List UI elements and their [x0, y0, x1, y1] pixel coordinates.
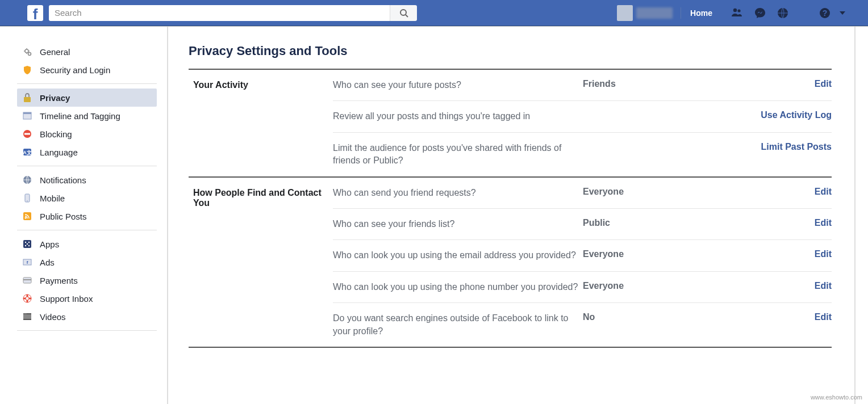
row-action-link[interactable]: Edit	[815, 281, 832, 291]
content-area: Privacy Settings and Tools Your Activity…	[168, 27, 856, 404]
row-value: Everyone	[583, 281, 708, 291]
sidebar-item-label: Blocking	[40, 129, 72, 139]
settings-row: Review all your posts and things you're …	[333, 101, 832, 132]
settings-row: Do you want search engines outside of Fa…	[333, 303, 832, 347]
notifications-icon[interactable]	[776, 6, 790, 20]
sidebar-item-label: Support Inbox	[40, 294, 93, 304]
row-action-link[interactable]: Edit	[815, 249, 832, 259]
friend-requests-icon[interactable]	[731, 6, 744, 20]
row-label: Limit the audience for posts you've shar…	[333, 142, 583, 167]
sidebar-item-language[interactable]: Language	[17, 143, 157, 161]
row-action-link[interactable]: Limit Past Posts	[761, 142, 832, 152]
row-value: Public	[583, 218, 708, 228]
sidebar-item-privacy[interactable]: Privacy	[17, 89, 157, 107]
search-icon	[399, 9, 408, 18]
sidebar-group: NotificationsMobilePublic Posts	[17, 166, 157, 230]
sidebar-item-label: Ads	[40, 258, 55, 267]
row-value: Everyone	[583, 249, 708, 259]
watermark: www.eshowto.com	[811, 394, 862, 401]
home-link[interactable]: Home	[683, 0, 719, 26]
username	[636, 7, 673, 19]
gears-icon	[22, 46, 33, 57]
topbar: f Home	[0, 0, 868, 26]
row-label: Who can see your future posts?	[333, 79, 583, 91]
sidebar-item-payments[interactable]: Payments	[17, 271, 157, 289]
section-label: Your Activity	[189, 70, 333, 176]
section-label: How People Find and Contact You	[189, 178, 333, 347]
main-layout: GeneralSecurity and LoginPrivacyTimeline…	[0, 26, 868, 404]
messenger-icon[interactable]	[753, 6, 767, 20]
settings-sidebar: GeneralSecurity and LoginPrivacyTimeline…	[0, 27, 168, 404]
sidebar-item-ads[interactable]: Ads	[17, 253, 157, 271]
topbar-right: Home	[611, 0, 868, 26]
sidebar-item-label: Payments	[40, 276, 78, 285]
sidebar-item-general[interactable]: General	[17, 43, 157, 61]
sidebar-item-label: Videos	[40, 312, 66, 322]
sidebar-item-label: Public Posts	[40, 212, 87, 221]
sidebar-group: PrivacyTimeline and TaggingBlockingLangu…	[17, 84, 157, 166]
section-rows: Who can send you friend requests?Everyon…	[333, 178, 832, 347]
help-menu	[818, 6, 845, 20]
settings-row: Limit the audience for posts you've shar…	[333, 133, 832, 176]
settings-row: Who can look you up using the email addr…	[333, 240, 832, 271]
settings-section: Your ActivityWho can see your future pos…	[189, 70, 832, 178]
blocked-icon	[22, 128, 33, 140]
settings-row: Who can look you up using the phone numb…	[333, 272, 832, 303]
settings-row: Who can send you friend requests?Everyon…	[333, 178, 832, 209]
sidebar-item-label: Mobile	[40, 193, 65, 203]
sidebar-item-label: Security and Login	[40, 65, 110, 75]
divider	[681, 7, 681, 19]
language-icon	[22, 146, 33, 158]
sidebar-item-apps[interactable]: Apps	[17, 235, 157, 253]
sidebar-item-timeline-and-tagging[interactable]: Timeline and Tagging	[17, 107, 157, 125]
row-value: Everyone	[583, 187, 708, 197]
account-menu-caret-icon[interactable]	[840, 11, 845, 15]
sidebar-item-mobile[interactable]: Mobile	[17, 189, 157, 207]
notification-icons	[731, 6, 790, 20]
mobile-icon	[22, 192, 33, 204]
ads-icon	[22, 256, 33, 268]
sidebar-item-label: Privacy	[40, 93, 70, 103]
sidebar-item-security-and-login[interactable]: Security and Login	[17, 61, 157, 79]
page-title: Privacy Settings and Tools	[189, 44, 832, 70]
row-label: Who can look you up using the email addr…	[333, 249, 583, 262]
sidebar-item-label: Apps	[40, 239, 59, 249]
help-icon[interactable]	[818, 6, 832, 20]
globe-icon	[22, 174, 33, 186]
row-label: Do you want search engines outside of Fa…	[333, 312, 583, 338]
settings-row: Who can see your friends list?PublicEdit	[333, 209, 832, 240]
sidebar-item-label: Language	[40, 148, 78, 157]
facebook-logo[interactable]: f	[27, 5, 43, 21]
row-action-link[interactable]: Edit	[815, 218, 832, 228]
sidebar-item-notifications[interactable]: Notifications	[17, 171, 157, 189]
search-button[interactable]	[390, 5, 417, 21]
film-icon	[22, 311, 33, 322]
sidebar-item-blocking[interactable]: Blocking	[17, 125, 157, 143]
settings-row: Who can see your future posts?FriendsEdi…	[333, 70, 832, 101]
sidebar-group: GeneralSecurity and Login	[17, 43, 157, 84]
row-action-link[interactable]: Edit	[815, 312, 832, 322]
section-rows: Who can see your future posts?FriendsEdi…	[333, 70, 832, 176]
avatar	[617, 5, 633, 21]
card-icon	[22, 275, 33, 286]
rss-icon	[22, 211, 33, 222]
sidebar-item-label: Timeline and Tagging	[40, 111, 120, 121]
settings-section: How People Find and Contact YouWho can s…	[189, 178, 832, 348]
profile-link[interactable]	[611, 0, 678, 26]
sidebar-item-public-posts[interactable]: Public Posts	[17, 207, 157, 225]
sidebar-item-videos[interactable]: Videos	[17, 308, 157, 326]
lock-icon	[22, 92, 33, 103]
search-form	[49, 5, 417, 21]
row-action-link[interactable]: Use Activity Log	[761, 110, 832, 120]
apps-icon	[22, 238, 33, 250]
row-action-link[interactable]: Edit	[815, 187, 832, 197]
row-value: Friends	[583, 79, 708, 89]
sidebar-item-support-inbox[interactable]: Support Inbox	[17, 289, 157, 308]
sidebar-group: AppsAdsPaymentsSupport InboxVideos	[17, 230, 157, 331]
row-label: Who can look you up using the phone numb…	[333, 281, 583, 293]
search-input[interactable]	[49, 5, 390, 21]
window-icon	[22, 110, 33, 121]
row-value: No	[583, 312, 708, 322]
row-action-link[interactable]: Edit	[815, 79, 832, 89]
row-label: Who can send you friend requests?	[333, 187, 583, 199]
